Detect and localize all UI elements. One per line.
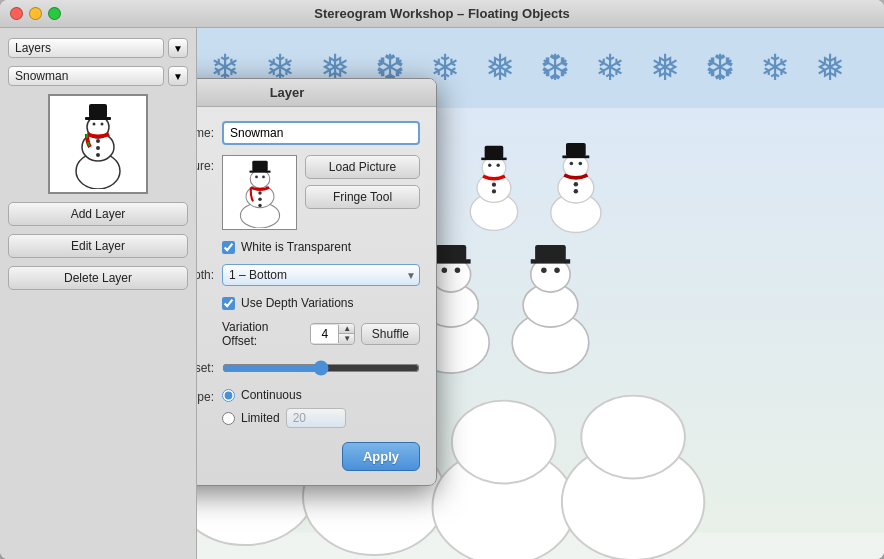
stepper-up-button[interactable]: ▲	[339, 324, 355, 334]
depth-select-wrap: 1 – Bottom ▼	[222, 264, 420, 286]
limited-radio[interactable]	[222, 412, 235, 425]
svg-point-8	[96, 146, 100, 150]
depth-row: Depth: 1 – Bottom ▼	[197, 264, 420, 286]
background-scene: ❄ ❄ ❅ ❆ ❄ ❅ ❆ ❄ ❅ ❆ ❄ ❅	[197, 28, 884, 559]
modal-title: Layer	[270, 85, 305, 100]
minimize-button[interactable]	[29, 7, 42, 20]
type-label: Type:	[197, 388, 214, 404]
variation-offset-row: Variation Offset: ▲ ▼ Shuffle	[197, 320, 420, 348]
name-row: Name:	[197, 121, 420, 145]
stepper-down-button[interactable]: ▼	[339, 334, 355, 344]
maximize-button[interactable]	[48, 7, 61, 20]
svg-point-99	[262, 175, 265, 178]
window-controls	[10, 7, 61, 20]
layer-select-row: Snowman ▼	[8, 66, 188, 86]
continuous-radio[interactable]	[222, 389, 235, 402]
variation-stepper: ▲ ▼	[310, 323, 355, 345]
picture-buttons: Load Picture Fringe Tool	[305, 155, 420, 209]
window-title: Stereogram Workshop – Floating Objects	[314, 6, 569, 21]
white-transparent-row: White is Transparent	[197, 240, 420, 254]
delete-layer-button[interactable]: Delete Layer	[8, 266, 188, 290]
svg-point-5	[93, 123, 96, 126]
stepper-buttons: ▲ ▼	[339, 324, 355, 344]
title-bar: Stereogram Workshop – Floating Objects	[0, 0, 884, 28]
svg-point-102	[258, 203, 262, 207]
svg-point-9	[96, 153, 100, 157]
white-transparent-label: White is Transparent	[241, 240, 351, 254]
layer-select[interactable]: Snowman	[8, 66, 164, 86]
sidebar: Layers ▼ Snowman ▼	[0, 28, 197, 559]
layers-dropdown[interactable]: Layers	[8, 38, 164, 58]
xoffset-slider[interactable]	[222, 360, 420, 376]
use-depth-variations-label: Use Depth Variations	[241, 296, 354, 310]
xoffset-label: X-Offset:	[197, 361, 214, 375]
window-body: Layers ▼ Snowman ▼	[0, 28, 884, 559]
depth-select[interactable]: 1 – Bottom	[222, 264, 420, 286]
type-options: Continuous Limited 20	[222, 388, 346, 428]
limited-select-wrap: 20	[286, 408, 346, 428]
layer-arrow-button[interactable]: ▼	[168, 66, 188, 86]
picture-label: Picture:	[197, 155, 214, 173]
depth-label: Depth:	[197, 268, 214, 282]
apply-button[interactable]: Apply	[342, 442, 420, 471]
use-depth-variations-checkbox[interactable]	[222, 297, 235, 310]
modal-title-bar: Layer	[197, 79, 436, 107]
variation-input[interactable]	[311, 325, 339, 343]
picture-preview-svg	[225, 158, 295, 228]
layer-preview	[48, 94, 148, 194]
modal-body: Name: Picture:	[197, 107, 436, 485]
continuous-label: Continuous	[241, 388, 302, 402]
name-label: Name:	[197, 126, 214, 140]
svg-point-6	[101, 123, 104, 126]
svg-point-100	[258, 191, 262, 195]
layer-modal: Layer Name: Picture:	[197, 78, 437, 486]
svg-point-101	[258, 197, 262, 201]
xoffset-row: X-Offset:	[197, 358, 420, 378]
use-depth-variations-row: Use Depth Variations	[197, 296, 420, 310]
limited-radio-row: Limited 20	[222, 408, 346, 428]
modal-overlay: Layer Name: Picture:	[197, 28, 884, 559]
main-area: ❄ ❄ ❅ ❆ ❄ ❅ ❆ ❄ ❅ ❆ ❄ ❅	[197, 28, 884, 559]
svg-point-7	[96, 139, 100, 143]
picture-preview	[222, 155, 297, 230]
app-window: Stereogram Workshop – Floating Objects L…	[0, 0, 884, 559]
continuous-radio-row: Continuous	[222, 388, 346, 402]
add-layer-button[interactable]: Add Layer	[8, 202, 188, 226]
svg-rect-4	[89, 104, 107, 118]
limited-label: Limited	[241, 411, 280, 425]
preview-snowman-svg	[53, 99, 143, 189]
layers-dropdown-row: Layers ▼	[8, 38, 188, 58]
xoffset-slider-wrap	[222, 358, 420, 378]
svg-point-98	[255, 175, 258, 178]
picture-row: Picture:	[197, 155, 420, 230]
type-section: Type: Continuous Limited	[197, 388, 420, 428]
load-picture-button[interactable]: Load Picture	[305, 155, 420, 179]
svg-rect-97	[252, 160, 267, 171]
white-transparent-checkbox[interactable]	[222, 241, 235, 254]
shuffle-button[interactable]: Shuffle	[361, 323, 420, 345]
layers-arrow-button[interactable]: ▼	[168, 38, 188, 58]
edit-layer-button[interactable]: Edit Layer	[8, 234, 188, 258]
fringe-tool-button[interactable]: Fringe Tool	[305, 185, 420, 209]
close-button[interactable]	[10, 7, 23, 20]
limited-select[interactable]: 20	[286, 408, 346, 428]
variation-offset-label: Variation Offset:	[222, 320, 304, 348]
name-input[interactable]	[222, 121, 420, 145]
